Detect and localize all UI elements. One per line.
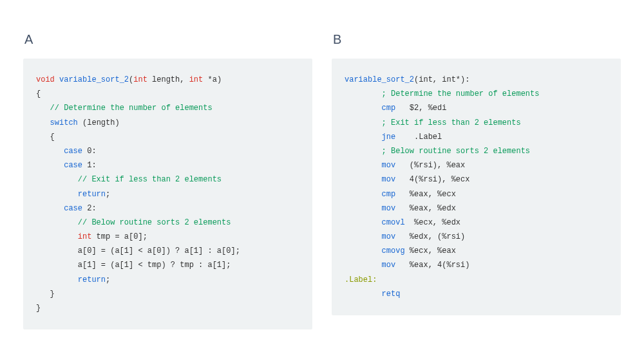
arg-mov5: %eax, 4(%rsi) — [395, 261, 469, 270]
tmp-decl-rest: tmp = a[0]; — [91, 232, 147, 241]
op-mov3: mov — [382, 204, 396, 213]
arg-mov3: %eax, %edx — [395, 204, 456, 213]
panel-b-label: B — [333, 32, 621, 47]
arg-mov2: 4(%rsi), %ecx — [395, 175, 469, 184]
return2-kw: return — [78, 275, 106, 284]
arg-mov4: %edx, (%rsi) — [395, 232, 465, 241]
case2-kw: case — [64, 204, 82, 213]
line-a1: a[1] = (a[1] < tmp) ? tmp : a[1]; — [78, 261, 231, 270]
asm-fn-name: variable_sort_2 — [345, 75, 414, 84]
brace-open: { — [36, 89, 41, 98]
switch-arg: (length) — [78, 118, 120, 127]
op-mov1: mov — [382, 161, 396, 170]
arg-cmp1: $2, %edi — [395, 104, 446, 113]
brace2-close: } — [50, 290, 55, 299]
op-cmovl: cmovl — [382, 218, 405, 227]
op-cmp2: cmp — [382, 190, 396, 199]
param-len: length, — [147, 75, 189, 84]
asm-code-block: variable_sort_2(int, int*): ; Determine … — [332, 59, 621, 315]
brace2-open: { — [50, 133, 55, 142]
asm-cmt-exit: ; Exit if less than 2 elements — [382, 118, 521, 127]
return1-kw: return — [78, 190, 106, 199]
case0-kw: case — [64, 147, 82, 156]
case1-kw: case — [64, 161, 82, 170]
cmt-exit: // Exit if less than 2 elements — [78, 175, 222, 184]
op-retq: retq — [382, 290, 401, 299]
op-cmp1: cmp — [382, 104, 396, 113]
op-mov4: mov — [382, 232, 396, 241]
arg-cmp2: %eax, %ecx — [395, 190, 456, 199]
brace-close: } — [36, 304, 41, 313]
op-mov5: mov — [382, 261, 396, 270]
int-kw-2: int — [189, 75, 204, 84]
switch-kw: switch — [50, 118, 78, 127]
arg-cmovl: %ecx, %edx — [405, 218, 460, 227]
cmt-num-elems: // Determine the number of elements — [50, 104, 213, 113]
fn-name: variable_sort_2 — [59, 75, 129, 84]
cmt-sort2: // Below routine sorts 2 elements — [78, 218, 231, 227]
arg-cmovg: %ecx, %eax — [405, 246, 456, 255]
ret-type: void — [36, 75, 55, 84]
op-cmovg: cmovg — [382, 246, 405, 255]
figure-wrap: A void variable_sort_2(int length, int *… — [0, 0, 644, 361]
arg-jne: .Label — [395, 133, 442, 142]
case2-rest: 2: — [82, 204, 97, 213]
case0-rest: 0: — [82, 147, 97, 156]
panel-b: B variable_sort_2(int, int*): ; Determin… — [332, 32, 621, 342]
asm-cmt-sort2: ; Below routine sorts 2 elements — [382, 147, 530, 156]
case1-rest: 1: — [82, 161, 97, 170]
line-a0: a[0] = (a[1] < a[0]) ? a[1] : a[0]; — [78, 246, 240, 255]
c-code-block: void variable_sort_2(int length, int *a)… — [23, 59, 312, 329]
panel-a-label: A — [24, 32, 312, 47]
return2-semi: ; — [106, 275, 110, 284]
op-mov2: mov — [382, 175, 396, 184]
asm-cmt-num: ; Determine the number of elements — [382, 89, 540, 98]
asm-label: .Label: — [345, 275, 377, 284]
asm-sig: (int, int*): — [414, 75, 469, 84]
int-kw-1: int — [133, 75, 147, 84]
panel-a: A void variable_sort_2(int length, int *… — [23, 32, 312, 342]
param-a: *a) — [203, 75, 222, 84]
int-tmp-kw: int — [78, 232, 92, 241]
op-jne: jne — [382, 133, 396, 142]
return1-semi: ; — [106, 190, 110, 199]
arg-mov1: (%rsi), %eax — [395, 161, 465, 170]
